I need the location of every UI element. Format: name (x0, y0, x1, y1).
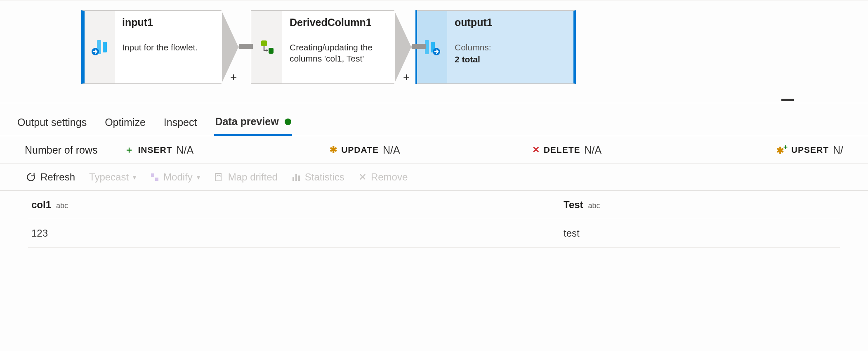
connector-2 (412, 44, 426, 49)
derived-column-icon (251, 11, 282, 83)
table-header-row: col1abc Testabc (28, 191, 840, 219)
node-title: output1 (455, 17, 565, 28)
map-drifted-button: Map drifted (214, 171, 278, 183)
number-of-rows-label: Number of rows (25, 144, 97, 156)
node-description: Columns: 2 total (455, 42, 565, 65)
row-count-summary: Number of rows ＋ INSERT N/A ✱ UPDATE N/A… (0, 136, 868, 164)
remove-button: ✕ Remove (359, 171, 408, 183)
modify-icon (150, 173, 159, 182)
plus-icon: ＋ (125, 144, 134, 156)
remove-icon: ✕ (359, 171, 367, 183)
svg-rect-1 (103, 42, 107, 52)
modify-button: Modify▾ (150, 171, 200, 183)
preview-status-dot (285, 119, 291, 125)
svg-rect-3 (261, 40, 267, 46)
refresh-icon (26, 172, 36, 183)
x-icon: ✕ (532, 145, 540, 155)
map-drifted-icon (214, 172, 224, 182)
svg-rect-10 (215, 173, 221, 181)
node-description: Input for the flowlet. (122, 42, 229, 53)
svg-rect-9 (155, 178, 158, 181)
upsert-icon: ✱＋ (778, 145, 787, 154)
svg-rect-11 (292, 177, 294, 181)
node-title: DerivedColumn1 (290, 17, 402, 28)
stat-update: ✱ UPDATE N/A (330, 144, 400, 156)
statistics-button: Statistics (292, 171, 344, 183)
svg-rect-4 (269, 48, 274, 54)
add-step-button-2[interactable]: + (403, 71, 410, 84)
preview-data-table: col1abc Testabc 123 test (0, 191, 868, 264)
connector-1 (239, 44, 253, 49)
svg-rect-12 (295, 174, 297, 181)
flow-node-derivedcolumn1[interactable]: DerivedColumn1 Creating/updating the col… (251, 10, 411, 84)
column-header-col1[interactable]: col1abc (31, 199, 564, 211)
panel-resize-handle[interactable] (781, 99, 794, 101)
refresh-button[interactable]: Refresh (26, 171, 75, 183)
node-title: input1 (122, 17, 229, 28)
stat-insert: ＋ INSERT N/A (125, 144, 193, 156)
tab-inspect[interactable]: Inspect (163, 116, 198, 136)
input-icon (84, 11, 115, 83)
flow-node-output1[interactable]: output1 Columns: 2 total (416, 10, 576, 84)
cell-col1: 123 (31, 228, 564, 239)
svg-rect-13 (298, 176, 300, 181)
table-row[interactable]: 123 test (28, 219, 840, 248)
statistics-icon (292, 173, 301, 182)
detail-tabs: Output settings Optimize Inspect Data pr… (0, 103, 868, 136)
dataflow-canvas[interactable]: input1 Input for the flowlet. + DerivedC… (0, 0, 868, 103)
stat-delete: ✕ DELETE N/A (532, 144, 602, 156)
add-step-button-1[interactable]: + (230, 71, 237, 84)
column-header-test[interactable]: Testabc (564, 199, 837, 211)
flow-node-input1[interactable]: input1 Input for the flowlet. (81, 10, 238, 84)
node-description: Creating/updating the columns 'col1, Tes… (290, 42, 402, 64)
typecast-button: Typecast▾ (89, 171, 136, 183)
preview-toolbar: Refresh Typecast▾ Modify▾ Map drifted St… (0, 164, 868, 191)
svg-rect-8 (151, 173, 154, 177)
tab-data-preview[interactable]: Data preview (214, 116, 292, 136)
stat-upsert: ✱＋ UPSERT N/ (778, 144, 843, 156)
cell-test: test (564, 228, 837, 239)
tab-output-settings[interactable]: Output settings (17, 116, 87, 136)
asterisk-icon: ✱ (330, 145, 337, 155)
tab-optimize[interactable]: Optimize (104, 116, 146, 136)
